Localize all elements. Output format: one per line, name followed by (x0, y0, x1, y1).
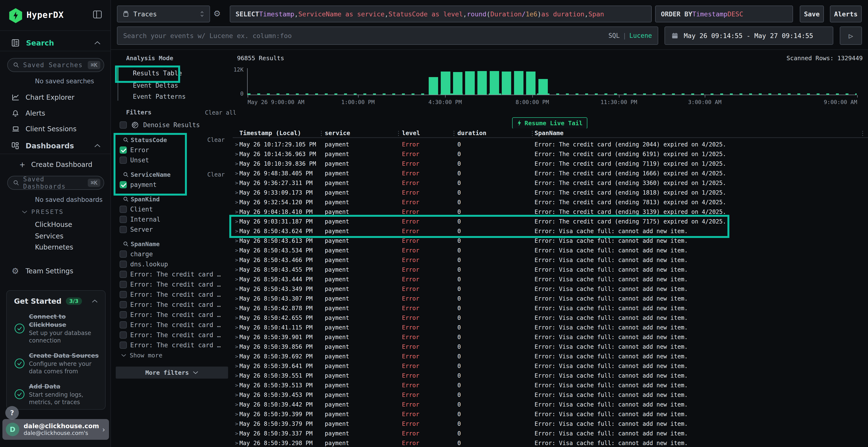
table-row[interactable]: >May 26 9:32:54.120 PMpaymentError0Error… (233, 198, 868, 207)
filter-option[interactable]: Error: The credit card … (116, 330, 228, 340)
preset-services[interactable]: Services (35, 232, 63, 240)
checkbox[interactable] (120, 301, 127, 308)
checkbox[interactable] (120, 206, 127, 213)
table-row[interactable]: >May 26 8:50:43.534 PMpaymentError0Error… (233, 246, 868, 255)
filter-clear-button[interactable]: Clear (207, 171, 225, 178)
get-started-item[interactable]: Create Data SourcesConfigure where your … (14, 352, 99, 375)
events-histogram[interactable]: May 26 9:00:00 AM1:00:00 PM4:30:00 PM8:0… (247, 68, 857, 95)
alerts-button[interactable]: Alerts (830, 5, 862, 23)
filter-option[interactable]: Unset (116, 155, 228, 165)
histogram-bar[interactable] (477, 71, 487, 95)
row-expand-chevron-icon[interactable]: > (235, 188, 238, 198)
table-row[interactable]: >May 26 10:10:39.836 PMpaymentError0Erro… (233, 159, 868, 169)
col-spanname[interactable]: SpanName (534, 128, 563, 138)
filter-option[interactable]: Error (116, 145, 228, 155)
row-expand-chevron-icon[interactable]: > (235, 149, 238, 159)
table-row[interactable]: >May 26 9:33:09.173 PMpaymentError0Error… (233, 188, 868, 198)
column-resize-handle[interactable]: ⋮ (451, 128, 457, 138)
table-row[interactable]: >May 26 8:50:39.551 PMpaymentError0Error… (233, 371, 868, 381)
checkbox[interactable] (120, 271, 127, 278)
row-expand-chevron-icon[interactable]: > (235, 419, 238, 429)
table-row[interactable]: >May 26 8:50:39.901 PMpaymentError0Error… (233, 332, 868, 342)
sidebar-item-team-settings[interactable]: ⚙ Team Settings (0, 264, 111, 278)
sql-select-input[interactable]: SELECT Timestamp, ServiceName as service… (230, 5, 652, 23)
sidebar-section-dashboards[interactable]: Dashboards (0, 138, 111, 154)
row-expand-chevron-icon[interactable]: > (235, 284, 238, 294)
row-expand-chevron-icon[interactable]: > (235, 313, 238, 323)
checkbox[interactable] (120, 226, 127, 233)
filter-option[interactable]: Error: The credit card … (116, 310, 228, 320)
row-expand-chevron-icon[interactable]: > (235, 429, 238, 438)
filter-option[interactable]: Internal (116, 214, 228, 225)
row-expand-chevron-icon[interactable]: > (235, 236, 238, 246)
run-query-button[interactable]: ▷ (840, 27, 862, 45)
table-row[interactable]: >May 26 8:50:42.655 PMpaymentError0Error… (233, 313, 868, 323)
show-more-button[interactable]: Show more (116, 350, 228, 360)
table-row[interactable]: >May 26 8:50:39.453 PMpaymentError0Error… (233, 390, 868, 400)
help-button[interactable]: ? (5, 406, 19, 419)
table-row[interactable]: >May 26 8:50:43.455 PMpaymentError0Error… (233, 265, 868, 275)
saved-dashboards-input[interactable]: Saved Dashboards ⌘K (7, 176, 104, 190)
checkbox[interactable] (120, 216, 127, 223)
histogram-bar[interactable] (526, 72, 535, 95)
filter-option[interactable]: Server (116, 225, 228, 235)
create-dashboard-button[interactable]: + Create Dashboard (19, 161, 92, 169)
mode-event-deltas[interactable]: Event Deltas (133, 82, 178, 89)
chevron-up-icon[interactable] (92, 299, 98, 303)
table-row[interactable]: >May 26 8:50:39.399 PMpaymentError0Error… (233, 409, 868, 419)
sidebar-collapse-icon[interactable] (93, 10, 102, 19)
table-options-icon[interactable]: ⋮ (860, 128, 866, 138)
table-row[interactable]: >May 26 8:50:42.878 PMpaymentError0Error… (233, 304, 868, 313)
row-expand-chevron-icon[interactable]: > (235, 371, 238, 381)
checkbox[interactable] (120, 261, 127, 268)
table-row[interactable]: >May 26 8:50:41.115 PMpaymentError0Error… (233, 323, 868, 332)
row-expand-chevron-icon[interactable]: > (235, 217, 238, 227)
more-filters-button[interactable]: More filters (116, 367, 228, 379)
sidebar-section-search[interactable]: Search (0, 35, 111, 51)
table-row[interactable]: >May 26 8:50:39.442 PMpaymentError0Error… (233, 400, 868, 409)
col-timestamp[interactable]: Timestamp (Local) (240, 128, 301, 138)
checkbox[interactable] (120, 311, 127, 318)
table-row[interactable]: >May 26 8:50:39.856 PMpaymentError0Error… (233, 342, 868, 352)
preset-clickhouse[interactable]: ClickHouse (35, 220, 72, 229)
checkbox[interactable] (120, 291, 127, 298)
table-row[interactable]: >May 26 8:50:39.379 PMpaymentError0Error… (233, 419, 868, 429)
table-row[interactable]: >May 26 8:50:39.298 PMpaymentError0Error… (233, 438, 868, 447)
filter-option[interactable]: dns.lookup (116, 259, 228, 269)
column-resize-handle[interactable]: ⋮ (396, 128, 402, 138)
histogram-bar[interactable] (465, 71, 474, 95)
save-button[interactable]: Save (800, 5, 824, 23)
filter-option[interactable]: Client (116, 204, 228, 214)
source-select[interactable]: Traces (117, 5, 210, 23)
lang-toggle-sql[interactable]: SQL (608, 32, 620, 39)
mode-results-table[interactable]: Results Table (133, 70, 182, 77)
order-by-input[interactable]: ORDER BY Timestamp DESC (655, 5, 793, 23)
time-range-picker[interactable]: May 26 09:14:55 - May 27 09:14:55 (664, 27, 833, 45)
row-expand-chevron-icon[interactable]: > (235, 390, 238, 400)
table-row[interactable]: >May 26 9:36:27.311 PMpaymentError0Error… (233, 178, 868, 188)
row-expand-chevron-icon[interactable]: > (235, 159, 238, 169)
table-row[interactable]: >May 26 8:50:43.613 PMpaymentError0Error… (233, 236, 868, 246)
presets-toggle[interactable]: PRESETS (22, 209, 64, 215)
histogram-bar[interactable] (502, 72, 511, 95)
histogram-bar[interactable] (441, 72, 450, 95)
row-expand-chevron-icon[interactable]: > (235, 323, 238, 332)
filter-option[interactable]: Error: The credit card … (116, 320, 228, 330)
saved-searches-input[interactable]: Saved Searches ⌘K (7, 58, 104, 72)
row-expand-chevron-icon[interactable]: > (235, 332, 238, 342)
checkbox[interactable] (120, 181, 127, 188)
checkbox[interactable] (120, 281, 127, 288)
table-row[interactable]: >May 26 9:03:31.187 PMpaymentError0Error… (233, 217, 868, 227)
checkbox[interactable] (120, 250, 127, 258)
get-started-item[interactable]: Connect to ClickHouseSet up your databas… (14, 313, 99, 344)
filter-option[interactable]: Error: The credit card … (116, 289, 228, 300)
row-expand-chevron-icon[interactable]: > (235, 255, 238, 265)
row-expand-chevron-icon[interactable]: > (235, 409, 238, 419)
column-resize-handle[interactable]: ⋮ (318, 128, 324, 138)
table-row[interactable]: >May 26 9:04:18.410 PMpaymentError0Error… (233, 207, 868, 217)
table-row[interactable]: >May 26 10:14:36.963 PMpaymentError0Erro… (233, 149, 868, 159)
histogram-bar[interactable] (514, 71, 523, 95)
histogram-bar[interactable] (538, 79, 548, 95)
table-row[interactable]: >May 26 8:50:39.641 PMpaymentError0Error… (233, 361, 868, 371)
table-row[interactable]: >May 26 8:50:43.349 PMpaymentError0Error… (233, 284, 868, 294)
